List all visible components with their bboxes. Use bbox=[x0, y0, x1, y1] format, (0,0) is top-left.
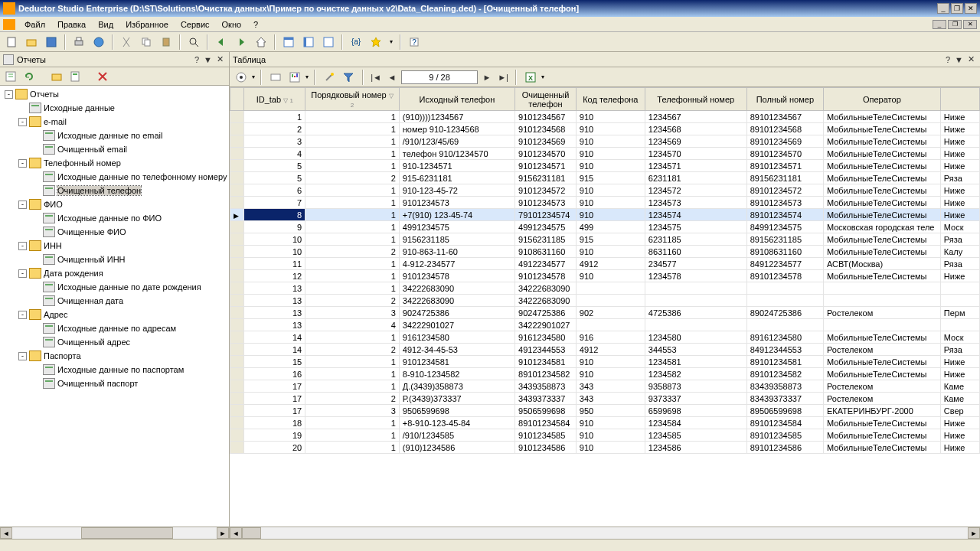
tree-node[interactable]: -Паспорта bbox=[2, 349, 227, 363]
table-row[interactable]: 21номер 910-1234568910123456891012345688… bbox=[230, 123, 980, 135]
expand-icon[interactable]: - bbox=[5, 90, 13, 99]
save-button[interactable] bbox=[43, 34, 60, 51]
tree-node[interactable]: Очищенный паспорт bbox=[2, 377, 227, 390]
print-button[interactable] bbox=[70, 34, 87, 51]
table-row[interactable]: 9149912345754991234575499123457584991234… bbox=[230, 221, 980, 233]
nav-next[interactable]: ► bbox=[480, 70, 494, 84]
page-indicator[interactable]: 9 / 28 bbox=[401, 70, 478, 84]
menu-service[interactable]: Сервис bbox=[175, 18, 216, 31]
table-row[interactable]: 31/910/123/45/69910123456991012345698910… bbox=[230, 135, 980, 148]
tree-node[interactable]: Исходные данные по дате рождения bbox=[2, 280, 227, 294]
expand-icon[interactable]: - bbox=[18, 269, 27, 278]
reports-tree[interactable]: -ОтчетыИсходные данные-e-mailИсходные да… bbox=[0, 86, 229, 527]
table-row[interactable]: 1519101234581910123458191012345818910123… bbox=[230, 356, 980, 368]
tree-node[interactable]: -Адрес bbox=[2, 308, 227, 321]
nav-prev[interactable]: ◄ bbox=[385, 70, 399, 84]
col-ord[interactable]: Порядковый номер bbox=[311, 90, 386, 99]
tree-node[interactable]: Очищенные ФИО bbox=[2, 225, 227, 239]
table-row[interactable]: 52915-6231181915623118191562311818915623… bbox=[230, 172, 980, 184]
table-row[interactable]: 172Р.(3439)37333734393733373439373337834… bbox=[230, 393, 980, 405]
tree-node[interactable]: Исходные данные по телефонному номеру bbox=[2, 170, 227, 184]
tree-node[interactable]: Очищенный адрес bbox=[2, 335, 227, 349]
table-row[interactable]: 1019156231185915623118591562311858915623… bbox=[230, 233, 980, 246]
col-id[interactable]: ID_tab bbox=[256, 95, 281, 104]
menu-favorites[interactable]: Избранное bbox=[119, 18, 175, 31]
right-help[interactable]: ? bbox=[943, 55, 952, 64]
close-button[interactable]: ✕ bbox=[965, 3, 977, 14]
tree-refresh[interactable] bbox=[21, 69, 37, 84]
left-help[interactable]: ? bbox=[192, 55, 201, 64]
tree-node[interactable]: Исходные данные по ФИО bbox=[2, 211, 227, 225]
tree-node[interactable]: Исходные данные по email bbox=[2, 129, 227, 142]
expand-icon[interactable]: - bbox=[18, 242, 27, 250]
table-row[interactable]: 102910-863-11-60910863116091086311608910… bbox=[230, 246, 980, 258]
table-row[interactable]: 1313422268309034222683090 bbox=[230, 282, 980, 295]
maximize-button[interactable]: ❐ bbox=[951, 3, 963, 14]
expand-icon[interactable]: - bbox=[18, 159, 27, 168]
table-row[interactable]: 7191012345739101234573910123457389101234… bbox=[230, 197, 980, 209]
left-close[interactable]: ✕ bbox=[214, 54, 226, 64]
table-row[interactable]: 1323422268309034222683090 bbox=[230, 295, 980, 307]
tree-node[interactable]: -Телефонный номер bbox=[2, 156, 227, 170]
table-row[interactable]: 51910-1234571910123457191012345718910123… bbox=[230, 160, 980, 172]
tree-node[interactable]: Исходные данные bbox=[2, 101, 227, 115]
col-full[interactable]: Полный номер bbox=[746, 88, 823, 111]
tree-node[interactable]: -ИНН bbox=[2, 239, 227, 253]
tree-report[interactable] bbox=[67, 69, 83, 84]
menu-help[interactable]: ? bbox=[247, 18, 264, 31]
col-src[interactable]: Исходный телефон bbox=[399, 88, 514, 111]
copy-button[interactable] bbox=[138, 34, 155, 51]
col-op[interactable]: Оператор bbox=[823, 88, 940, 111]
table-row[interactable]: 1739506599698950659969895065996988950659… bbox=[230, 405, 980, 417]
table-row[interactable]: 1339024725386902472538690247253868902472… bbox=[230, 307, 980, 319]
table-row[interactable]: 1343422290102734222901027 bbox=[230, 319, 980, 331]
data-grid[interactable]: ID_tab ▽ 1 Порядковый номер ▽ 2 Исходный… bbox=[230, 87, 980, 454]
vars-button[interactable]: {a} bbox=[348, 34, 364, 51]
view2-button[interactable] bbox=[300, 34, 317, 51]
table-row[interactable]: 1419161234580916123458091612345808916123… bbox=[230, 331, 980, 344]
new-button[interactable] bbox=[3, 34, 20, 51]
grid-format-button[interactable] bbox=[286, 69, 303, 86]
nav-first[interactable]: |◄ bbox=[369, 70, 383, 84]
left-hscroll[interactable]: ◄► bbox=[0, 527, 229, 539]
table-row[interactable]: 11(910))))123456791012345679101234567891… bbox=[230, 111, 980, 123]
right-close[interactable]: ✕ bbox=[965, 54, 977, 64]
table-row[interactable]: 1618-910-1234582891012345829101234582891… bbox=[230, 368, 980, 380]
table-row[interactable]: 61910-123-45-729101234572910123457289101… bbox=[230, 184, 980, 197]
tree-node[interactable]: -ФИО bbox=[2, 197, 227, 211]
web-button[interactable] bbox=[90, 34, 107, 51]
grid-opts-button[interactable] bbox=[267, 69, 284, 86]
favorite-button[interactable] bbox=[368, 34, 384, 51]
grid-scroll[interactable]: ID_tab ▽ 1 Порядковый номер ▽ 2 Исходный… bbox=[230, 87, 980, 527]
help-button[interactable]: ? bbox=[406, 34, 423, 51]
grid-wand-button[interactable] bbox=[321, 69, 338, 86]
tree-node[interactable]: Исходные данные по адресам bbox=[2, 321, 227, 335]
col-code[interactable]: Код телефона bbox=[576, 88, 645, 111]
tree-delete[interactable] bbox=[95, 69, 110, 84]
menu-view[interactable]: Вид bbox=[92, 18, 119, 31]
tree-node[interactable]: Очищенная дата bbox=[2, 294, 227, 308]
tree-node[interactable]: Исходные данные по паспортам bbox=[2, 363, 227, 377]
tree-folder[interactable] bbox=[49, 69, 64, 84]
back-button[interactable] bbox=[213, 34, 230, 51]
tree-node[interactable]: Очищенный email bbox=[2, 142, 227, 156]
tree-btn1[interactable] bbox=[3, 69, 18, 84]
forward-button[interactable] bbox=[233, 34, 250, 51]
mdi-close-button[interactable]: ✕ bbox=[963, 20, 977, 29]
home-button[interactable] bbox=[253, 34, 270, 51]
expand-icon[interactable]: - bbox=[18, 352, 27, 360]
table-row[interactable]: 171Д.(3439)35887334393588733439358873834… bbox=[230, 380, 980, 393]
col-clean[interactable]: Очищенный телефон bbox=[515, 88, 577, 111]
find-button[interactable] bbox=[185, 34, 202, 51]
col-tel[interactable]: Телефонный номер bbox=[645, 88, 746, 111]
table-row[interactable]: 1114-912-2345774912234577491223457784912… bbox=[230, 258, 980, 270]
export-excel-button[interactable]: X bbox=[522, 69, 539, 86]
table-row[interactable]: 191/910/12345859101234585910123458589101… bbox=[230, 429, 980, 442]
table-row[interactable]: 81+7(910) 123-45-74791012345749101234574… bbox=[230, 209, 980, 221]
paste-button[interactable] bbox=[158, 34, 175, 51]
grid-filter-button[interactable] bbox=[340, 69, 357, 86]
mdi-restore-button[interactable]: ❐ bbox=[948, 20, 962, 29]
expand-icon[interactable]: - bbox=[18, 311, 27, 319]
table-row[interactable]: 41телефон 910/12345709101234570910123457… bbox=[230, 148, 980, 160]
tree-node[interactable]: Очищенный ИНН bbox=[2, 253, 227, 266]
